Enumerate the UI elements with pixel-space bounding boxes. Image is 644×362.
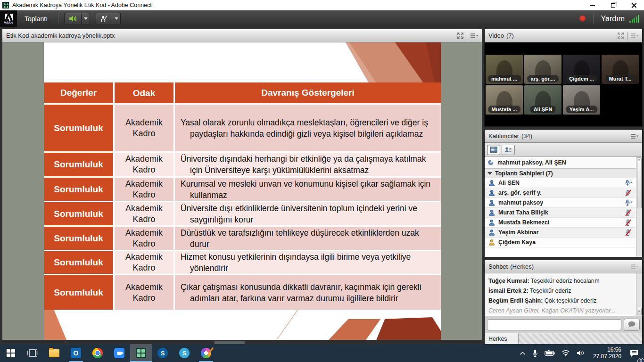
outlook-button[interactable]: O	[65, 344, 87, 362]
task-view-button[interactable]	[22, 344, 43, 362]
fullscreen-icon[interactable]	[617, 32, 624, 39]
start-button[interactable]	[0, 344, 22, 362]
participant-row[interactable]: Ali ŞEN	[485, 178, 636, 188]
raise-hand-button[interactable]	[96, 13, 112, 25]
file-explorer-button[interactable]	[43, 344, 65, 362]
participant-name: Çiğdem Kaya	[498, 239, 536, 246]
speaker-button[interactable]	[64, 13, 82, 25]
table-cell-text: Dürüstlük ve tarafsızlığını tehlikeye dü…	[175, 227, 441, 250]
video-tile[interactable]: Murat T...	[602, 55, 639, 84]
participants-body: mahmut paksoy, Ali ŞEN Toplantı Sahipler…	[485, 157, 642, 257]
participant-row[interactable]: Yeşim Akbinar	[485, 228, 636, 238]
video-tile[interactable]: mahmut ...	[486, 55, 523, 84]
speaker-dropdown[interactable]	[82, 13, 90, 25]
table-cell-deger: Sorumluluk	[44, 275, 113, 310]
phone-users-row[interactable]: mahmut paksoy, Ali ŞEN	[485, 157, 636, 168]
notification-badge: 9	[637, 358, 644, 362]
table-header-row: Değerler Odak Davranış Göstergeleri	[44, 82, 441, 103]
chat-pod-title: Sohbet	[488, 263, 508, 270]
adobe-connect-app-icon	[2, 2, 9, 8]
participant-icon	[488, 229, 495, 236]
table-cell-text: Kurumsal ve mesleki unvan ve konumunu ki…	[175, 178, 441, 201]
slide-deco-line	[273, 309, 299, 340]
volume-icon	[577, 350, 585, 356]
table-header-cell: Değerler	[44, 82, 113, 103]
video-tile[interactable]: Ali ŞEN	[524, 85, 561, 115]
window-titlebar: Akademik Kadroya Yönelik Etik Kod - Adob…	[0, 0, 644, 10]
close-button[interactable]	[623, 0, 644, 10]
participant-name: Yeşim Akbinar	[498, 229, 539, 236]
paint-button[interactable]	[195, 344, 217, 362]
chat-tab-herkes[interactable]: Herkes	[485, 333, 519, 344]
restore-button[interactable]	[603, 0, 623, 10]
chevron-up-icon	[520, 351, 526, 355]
tray-wifi-button[interactable]	[559, 344, 572, 362]
header-divider	[467, 32, 467, 40]
chrome-button[interactable]	[87, 344, 108, 362]
chat-input[interactable]	[487, 319, 621, 330]
menu-yardim[interactable]: Yardım	[601, 15, 625, 23]
mic-muted-icon	[625, 229, 632, 236]
video-tile[interactable]: Yeşim A...	[563, 85, 600, 115]
skype-icon: S	[179, 348, 190, 358]
participants-count: (34)	[521, 132, 532, 140]
table-cell-text: Üniversite dışı etkinliklerde üniversite…	[175, 202, 441, 225]
participant-row[interactable]: Murat Taha Bilişik	[485, 208, 636, 218]
chevron-down-icon	[115, 17, 118, 20]
skype-button[interactable]: S	[173, 344, 195, 362]
scrollbar-thumb[interactable]	[637, 308, 642, 315]
pod-options-icon[interactable]	[630, 33, 638, 39]
skype-business-button[interactable]: S	[152, 344, 173, 362]
participant-icon	[488, 189, 495, 196]
menu-toplanti[interactable]: Toplantı	[17, 15, 55, 23]
list-view-button[interactable]	[487, 145, 500, 155]
outlook-icon: O	[71, 348, 81, 358]
zoom-button[interactable]	[108, 344, 130, 362]
wifi-icon	[561, 350, 570, 356]
taskbar-clock[interactable]: 16:56 27.07.2020	[589, 346, 625, 360]
pod-options-icon[interactable]	[630, 133, 638, 139]
mic-muted-icon	[625, 219, 632, 226]
pod-options-icon[interactable]	[470, 33, 478, 39]
chat-input-row	[485, 316, 642, 333]
chat-tab-bar: Herkes	[485, 333, 642, 344]
pod-options-icon[interactable]	[630, 264, 638, 270]
adobe-logo[interactable]: Adobe	[0, 10, 17, 27]
video-tile[interactable]: Mustafa ...	[486, 85, 523, 115]
adobe-connect-button[interactable]	[130, 344, 152, 362]
participant-name: arş. gör. şerif y.	[498, 189, 541, 196]
tray-mic-button[interactable]	[530, 344, 540, 362]
send-message-button[interactable]	[624, 319, 640, 331]
table-cell-odak: Akademik Kadro	[115, 178, 173, 201]
close-icon	[631, 3, 636, 8]
chat-scrollbar[interactable]	[636, 273, 642, 316]
participant-row[interactable]: arş. gör. şerif y.	[485, 188, 636, 198]
mic-on-icon	[625, 180, 632, 187]
phone-users-names: mahmut paksoy, Ali ŞEN	[497, 159, 566, 166]
fullscreen-icon[interactable]	[457, 32, 464, 39]
video-tile[interactable]: Çiğdem ...	[563, 55, 600, 84]
participants-scrollbar[interactable]	[636, 157, 642, 257]
video-tile-name: Ali ŞEN	[530, 106, 556, 113]
recording-indicator-icon[interactable]	[579, 16, 586, 22]
participant-icon	[488, 199, 495, 206]
hosts-section-header[interactable]: Toplantı Sahipleri (7)	[485, 168, 636, 178]
table-row: Sorumluluk Akademik Kadro Dürüstlük ve t…	[44, 227, 441, 250]
participant-row[interactable]: Mustafa Bekmezci	[485, 218, 636, 228]
connection-signal-icon[interactable]	[629, 15, 639, 23]
tray-volume-button[interactable]	[574, 344, 587, 362]
hosts-section-label: Toplantı Sahipleri (7)	[495, 170, 553, 177]
participant-row[interactable]: mahmut paksoy	[485, 198, 636, 208]
participant-row[interactable]: Çiğdem Kaya	[485, 238, 636, 247]
video-tile[interactable]: arş. gör....	[524, 55, 561, 84]
raise-hand-dropdown[interactable]	[112, 13, 121, 25]
status-view-button[interactable]	[502, 145, 515, 155]
table-cell-odak: Akademik Kadro	[115, 251, 173, 274]
tray-battery-button[interactable]	[542, 344, 557, 362]
table-cell-text: Yasal olarak zorunlu olmadıkça meslektaş…	[175, 105, 441, 151]
notification-center-button[interactable]: 9	[627, 344, 641, 362]
scrollbar-thumb[interactable]	[637, 157, 642, 208]
minimize-button[interactable]	[582, 0, 603, 10]
table-row: Sorumluluk Akademik Kadro Üniversite dış…	[44, 153, 441, 176]
tray-chevron-button[interactable]	[517, 344, 528, 362]
